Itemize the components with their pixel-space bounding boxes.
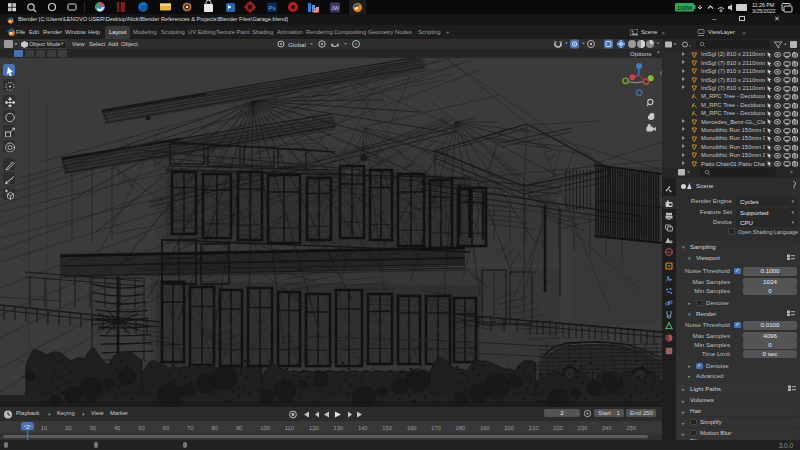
- svg-text:2: 2: [26, 424, 29, 430]
- svg-text:JW: JW: [331, 5, 340, 11]
- svg-text:Ps: Ps: [269, 5, 276, 11]
- svg-text:18: 18: [314, 8, 320, 13]
- svg-text:3/25/2022: 3/25/2022: [752, 8, 776, 14]
- svg-text:Global: Global: [288, 41, 306, 48]
- svg-text:100%: 100%: [677, 5, 693, 11]
